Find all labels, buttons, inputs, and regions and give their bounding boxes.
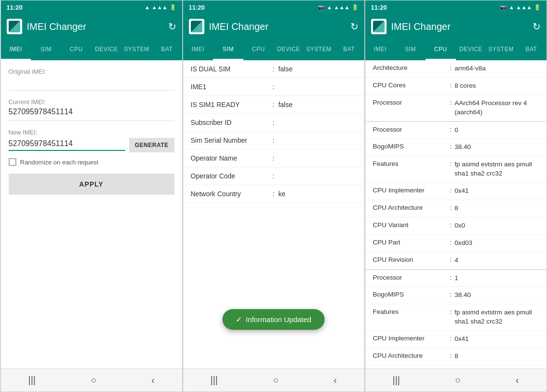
cpu-sep-4: : xyxy=(450,143,452,150)
tab-sim-1[interactable]: SIM xyxy=(31,39,61,60)
status-icons-3: 📷 ▲ ▲▲▲ 🔋 xyxy=(500,4,541,11)
signal-icon: ▲▲▲ xyxy=(152,4,168,10)
sim-row-2: IS SIM1 READY : false xyxy=(183,96,364,114)
cpu-sep-0: : xyxy=(450,64,452,71)
tab-cpu-3[interactable]: CPU xyxy=(426,39,456,60)
cpu-row-11: Processor : 1 xyxy=(365,270,547,287)
sim-sep-1: : xyxy=(273,83,275,91)
tab-imei-2[interactable]: IMEI xyxy=(183,39,213,60)
app-icon-inner-2 xyxy=(191,21,202,32)
wifi-icon-3: ▲ xyxy=(509,4,514,10)
cpu-val-15: 8 xyxy=(454,352,538,361)
menu-button-1[interactable]: ||| xyxy=(18,371,45,390)
status-bar-3: 11:20 📷 ▲ ▲▲▲ 🔋 xyxy=(365,0,547,14)
new-imei-input[interactable] xyxy=(9,139,125,151)
sim-content: IS DUAL SIM : false IME1 : IS SIM1 READY… xyxy=(183,60,364,368)
refresh-button-1[interactable]: ↻ xyxy=(168,21,176,32)
refresh-button-3[interactable]: ↻ xyxy=(533,21,541,32)
cpu-sep-3: : xyxy=(450,126,452,133)
cpu-sep-13: : xyxy=(450,308,452,315)
cpu-key-12: BogoMIPS xyxy=(373,291,450,298)
cpu-sep-6: : xyxy=(450,187,452,194)
tab-device-3[interactable]: DEVICE xyxy=(456,39,486,60)
nav-bar-3: ||| ○ ‹ xyxy=(365,368,547,392)
app-title-2: IMEI Changer xyxy=(209,21,268,32)
menu-button-3[interactable]: ||| xyxy=(383,371,410,390)
cpu-val-0: arm64-v8a xyxy=(454,64,538,73)
randomize-label: Randomize on each request xyxy=(20,159,99,166)
app-icon-3 xyxy=(371,19,387,34)
cpu-row-2: Processor : AArch64 Processor rev 4 (aar… xyxy=(365,95,547,122)
randomize-checkbox[interactable] xyxy=(9,158,16,166)
signal-icon-3: ▲▲▲ xyxy=(516,4,532,10)
apply-button[interactable]: APPLY xyxy=(9,174,174,195)
sim-sep-5: : xyxy=(273,154,275,162)
cpu-row-7: CPU Architecture : 8 xyxy=(365,200,547,217)
menu-button-2[interactable]: ||| xyxy=(200,371,227,390)
tab-bat-3[interactable]: BAT xyxy=(516,39,547,60)
signal-icon-2: ▲▲▲ xyxy=(334,4,350,10)
cpu-sep-11: : xyxy=(450,274,452,281)
battery-icon: 🔋 xyxy=(170,4,176,11)
original-imei-value xyxy=(9,77,174,91)
tab-device-1[interactable]: DEVICE xyxy=(92,39,122,60)
sim-row-3: Subscriber ID : xyxy=(183,114,364,132)
cpu-table: Architecture : arm64-v8a CPU Cores : 8 c… xyxy=(365,60,547,368)
current-imei-value: 527095978451114 xyxy=(9,108,174,121)
phone-1: 11:20 ▲ ▲▲▲ 🔋 IMEI Changer ↻ IMEI SIM CP… xyxy=(0,0,183,392)
sim-val-7: ke xyxy=(278,190,356,198)
cpu-val-4: 38.40 xyxy=(454,143,538,152)
tab-system-2[interactable]: SYSTEM xyxy=(304,39,334,60)
cpu-val-8: 0x0 xyxy=(454,221,538,230)
home-button-3[interactable]: ○ xyxy=(445,371,470,390)
randomize-row: Randomize on each request xyxy=(9,158,174,166)
cpu-sep-12: : xyxy=(450,291,452,298)
tab-bar-2: IMEI SIM CPU DEVICE SYSTEM BAT xyxy=(183,39,364,60)
tab-sim-3[interactable]: SIM xyxy=(395,39,426,60)
tab-imei-1[interactable]: IMEI xyxy=(1,39,31,60)
wifi-icon: ▲ xyxy=(145,4,150,10)
tab-device-2[interactable]: DEVICE xyxy=(274,39,304,60)
sim-key-5: Operator Name xyxy=(191,154,273,162)
tab-sim-2[interactable]: SIM xyxy=(213,39,243,60)
app-bar-left-3: IMEI Changer xyxy=(371,19,451,34)
cpu-row-0: Architecture : arm64-v8a xyxy=(365,60,547,78)
app-icon-inner-1 xyxy=(9,21,20,32)
cpu-row-16: CPU Variant : 0x0 xyxy=(365,365,547,368)
app-bar-left-1: IMEI Changer xyxy=(7,19,86,34)
tab-cpu-2[interactable]: CPU xyxy=(243,39,274,60)
app-title-1: IMEI Changer xyxy=(27,21,86,32)
sim-key-7: Network Country xyxy=(191,190,273,198)
tab-imei-3[interactable]: IMEI xyxy=(365,39,396,60)
generate-button[interactable]: GENERATE xyxy=(129,138,174,152)
photo-icon-3: 📷 xyxy=(500,4,507,11)
home-button-2[interactable]: ○ xyxy=(263,371,288,390)
photo-icon-2: 📷 xyxy=(318,4,325,11)
cpu-sep-14: : xyxy=(450,335,452,342)
cpu-sep-1: : xyxy=(450,81,452,89)
cpu-key-2: Processor xyxy=(373,99,450,106)
tab-cpu-1[interactable]: CPU xyxy=(61,39,92,60)
app-bar-left-2: IMEI Changer xyxy=(189,19,268,34)
tab-bat-1[interactable]: BAT xyxy=(152,39,182,60)
tab-system-3[interactable]: SYSTEM xyxy=(486,39,516,60)
tab-bat-2[interactable]: BAT xyxy=(334,39,364,60)
cpu-key-11: Processor xyxy=(373,274,450,281)
cpu-key-8: CPU Variant xyxy=(373,221,450,229)
back-button-3[interactable]: ‹ xyxy=(506,371,529,390)
new-imei-label: New IMEI: xyxy=(9,129,174,136)
imei-section: Original IMEI: Current IMEI: 52709597845… xyxy=(1,60,182,203)
back-button-2[interactable]: ‹ xyxy=(324,371,347,390)
cpu-val-7: 8 xyxy=(454,204,538,213)
sim-sep-0: : xyxy=(273,65,275,73)
phone-3: 11:20 📷 ▲ ▲▲▲ 🔋 IMEI Changer ↻ IMEI SIM … xyxy=(365,0,547,392)
tab-system-1[interactable]: SYSTEM xyxy=(121,39,152,60)
sim-sep-3: : xyxy=(273,119,275,126)
refresh-button-2[interactable]: ↻ xyxy=(350,21,359,32)
back-button-1[interactable]: ‹ xyxy=(142,371,164,390)
cpu-sep-10: : xyxy=(450,256,452,263)
cpu-row-10: CPU Revision : 4 xyxy=(365,252,547,270)
home-button-1[interactable]: ○ xyxy=(81,371,106,390)
sim-sep-2: : xyxy=(273,101,275,108)
cpu-key-7: CPU Architecture xyxy=(373,204,450,211)
